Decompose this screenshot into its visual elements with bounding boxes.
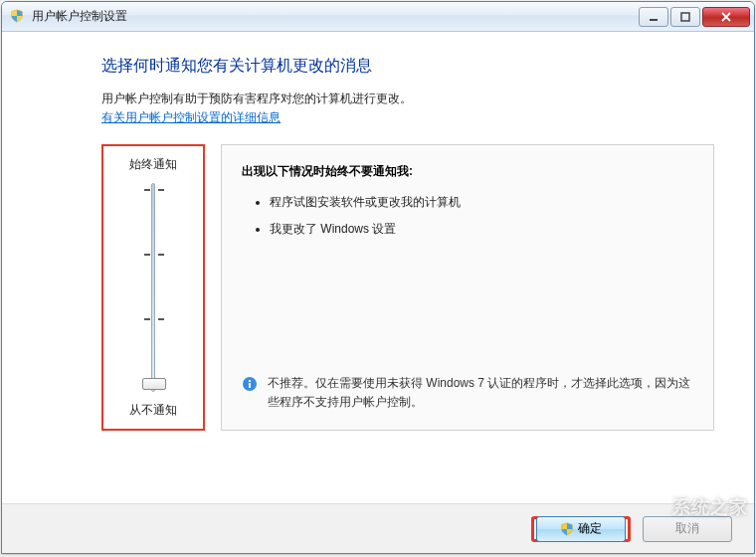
page-heading: 选择何时通知您有关计算机更改的消息	[101, 56, 714, 77]
dialog-footer: 确定 取消	[2, 503, 754, 553]
info-icon	[242, 376, 258, 412]
window-title: 用户帐户控制设置	[32, 8, 639, 25]
level-info-panel: 出现以下情况时始终不要通知我: 程序试图安装软件或更改我的计算机 我更改了 Wi…	[221, 144, 714, 431]
shield-icon	[560, 522, 574, 536]
level-recommendation: 不推荐。仅在需要使用未获得 Windows 7 认证的程序时，才选择此选项，因为…	[242, 374, 693, 412]
ok-button-highlight: 确定	[531, 516, 631, 542]
svg-rect-0	[650, 19, 658, 21]
content-area: 选择何时通知您有关计算机更改的消息 用户帐户控制有助于预防有害程序对您的计算机进…	[2, 32, 754, 503]
svg-rect-3	[249, 383, 251, 388]
svg-rect-4	[249, 380, 251, 382]
list-item: 我更改了 Windows 设置	[270, 221, 693, 238]
page-description: 用户帐户控制有助于预防有害程序对您的计算机进行更改。	[101, 91, 714, 107]
level-info-heading: 出现以下情况时始终不要通知我:	[242, 163, 693, 180]
level-info-list: 程序试图安装软件或更改我的计算机 我更改了 Windows 设置	[270, 194, 693, 248]
window-controls	[639, 7, 750, 27]
maximize-button[interactable]	[670, 7, 700, 27]
uac-details-link[interactable]: 有关用户帐户控制设置的详细信息	[101, 109, 281, 126]
slider-thumb[interactable]	[142, 378, 166, 390]
notification-slider-group: 始终通知 从不通知	[101, 144, 205, 431]
cancel-button-label: 取消	[675, 520, 699, 537]
svg-rect-1	[681, 13, 689, 21]
uac-settings-window: 用户帐户控制设置 选择何时通知您有关计算机更改的消息 用户帐户控制有助于预防有害…	[1, 1, 755, 554]
recommendation-text: 不推荐。仅在需要使用未获得 Windows 7 认证的程序时，才选择此选项，因为…	[268, 374, 693, 412]
slider-label-always: 始终通知	[109, 156, 197, 173]
slider-tick	[144, 318, 164, 320]
titlebar[interactable]: 用户帐户控制设置	[2, 2, 754, 32]
slider-tick	[144, 189, 164, 191]
cancel-button[interactable]: 取消	[643, 516, 732, 542]
shield-icon	[10, 9, 26, 25]
slider-label-never: 从不通知	[109, 402, 197, 419]
close-button[interactable]	[702, 7, 750, 27]
minimize-button[interactable]	[639, 7, 668, 27]
slider-tick	[144, 254, 164, 256]
notification-slider[interactable]	[151, 183, 155, 392]
ok-button[interactable]: 确定	[536, 516, 626, 542]
list-item: 程序试图安装软件或更改我的计算机	[270, 194, 693, 211]
ok-button-label: 确定	[578, 520, 602, 537]
